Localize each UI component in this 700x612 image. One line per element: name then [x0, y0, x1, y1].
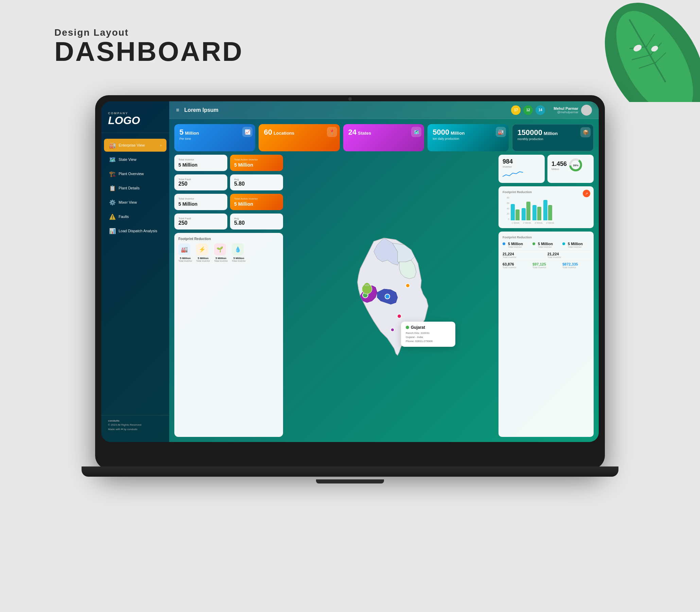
metric-value-1456: 1.456	[552, 161, 567, 168]
gujarat-title: Gujarat	[411, 325, 425, 330]
divider-1	[503, 250, 589, 251]
svg-point-13	[406, 283, 410, 288]
fault2-value-avg: 5.80	[234, 220, 279, 226]
footprint-sub-1: Total Invertor	[178, 260, 192, 262]
svg-point-17	[364, 283, 370, 288]
enterprise-icon: 🏭	[109, 142, 115, 148]
sidebar-label-mixer: Mixer View	[118, 200, 137, 204]
chart-x-labels: 1 Week 2 Week 3 Week 4 Week	[511, 222, 555, 224]
table-cell-1-1: 5 Million Total Invertor	[508, 242, 530, 248]
svg-point-20	[366, 285, 366, 286]
middle-panel: Gujarat Ranch Dev. 310031 Gujarat - Indi…	[286, 155, 495, 437]
stat-icon-box: 📦	[581, 127, 590, 137]
gujarat-popup: Gujarat Ranch Dev. 310031 Gujarat - Indi…	[401, 322, 455, 347]
stat-card-states[interactable]: 🗺️ 24 States	[343, 124, 424, 151]
sidebar-item-mixer[interactable]: ⚙️ Mixer View	[104, 196, 167, 209]
fault2-value-total: 250	[178, 220, 223, 226]
cell-value-97125: $97,125	[532, 262, 560, 266]
table-cell-1-3: 5 Million Total Invertor	[568, 242, 589, 248]
info-card2-active-invertor[interactable]: Total Active Invertor 5 Million	[230, 194, 283, 210]
sidebar-item-enterprise[interactable]: 🏭 Enterprise View ›	[104, 139, 167, 152]
info-card-active-invertor[interactable]: Total Active Invertor 5 Million	[230, 155, 283, 171]
metric-card-invertor[interactable]: 984 Invertor	[499, 155, 545, 183]
map-container: Gujarat Ranch Dev. 310031 Gujarat - Indi…	[286, 155, 495, 437]
fault-label-total: Total Fault	[178, 178, 223, 181]
fault-card-avg[interactable]: Avg. 5.80	[230, 175, 283, 191]
fault-card2-avg[interactable]: Avg. 5.80	[230, 213, 283, 230]
info-value-total: 5 Million	[178, 162, 223, 168]
cell-label-inv-5: Total Invertor	[547, 256, 589, 259]
cell-value-21224-1: 21,224	[503, 252, 545, 256]
stat-card-locations[interactable]: 📍 60 Locations	[259, 124, 340, 151]
laptop-camera	[348, 97, 352, 101]
sidebar-label-faults: Faults	[118, 214, 129, 219]
notification-badge-3[interactable]: 14	[535, 106, 545, 115]
header-user-info: Mehul Parmar @mehulparmar	[554, 107, 578, 114]
header-icons: 17 12 14	[511, 106, 545, 115]
stat-card-monthly[interactable]: 📦 150000 Million monthly production	[512, 124, 594, 151]
chart-card-footprint: Footprint Reduction ↗ 80 60 40 20	[499, 186, 594, 228]
fault-row-2: Total Fault 250 Avg. 5.80	[174, 213, 283, 230]
table-cell-2-1: 21,224 Total Invertor	[503, 252, 545, 259]
header-title: Lorem Ipsum	[184, 107, 506, 113]
user-name: Mehul Parmar	[554, 107, 578, 111]
metric-label-invertor: Invertor	[503, 165, 541, 168]
stat-icon-location: 📍	[327, 127, 337, 137]
info2-value-total: 5 Million	[178, 201, 223, 207]
x-label-4: 4 Week	[545, 222, 555, 224]
info2-label-active: Total Active Invertor	[234, 197, 279, 200]
sidebar-logo: COMPANY LOGO	[101, 108, 169, 133]
sidebar-item-state[interactable]: 🗺️ State View	[104, 153, 167, 166]
cell-value-63876: 63,876	[503, 262, 530, 266]
footprint-value-2: 5 Million	[196, 257, 210, 260]
laptop-base	[82, 467, 618, 477]
info-card-total-invertor[interactable]: Total Invertor 5 Million	[174, 155, 227, 171]
stat-value-locations: 60 Locations	[264, 128, 334, 136]
faults-icon: ⚠️	[109, 213, 115, 220]
sidebar-item-load-dispatch[interactable]: 📊 Load Dispatch Analysis	[104, 224, 167, 237]
bar-green-4	[548, 205, 552, 220]
sidebar-item-faults[interactable]: ⚠️ Faults	[104, 210, 167, 223]
leaf-decoration	[591, 0, 700, 102]
fault-value-avg: 5.80	[234, 181, 279, 187]
fault-card-total[interactable]: Total Fault 250	[174, 175, 227, 191]
notification-badge-2[interactable]: 12	[523, 106, 533, 115]
mixer-icon: ⚙️	[109, 199, 115, 205]
metric-label-million: Million	[552, 168, 567, 171]
cell-label-inv-2: Total Invertor	[538, 246, 560, 248]
chevron-icon: ›	[160, 143, 161, 147]
footprint-sub-2: Total Invertor	[196, 260, 210, 262]
laptop-wrapper: COMPANY LOGO 🏭 Enterprise View › 🗺️ Stat…	[95, 95, 605, 469]
hamburger-icon[interactable]: ≡	[176, 107, 179, 113]
user-avatar[interactable]	[581, 105, 592, 115]
table-row-2: 21,224 Total Invertor 21,224 Total Inver…	[503, 252, 589, 259]
info2-label-total: Total Invertor	[178, 197, 223, 200]
stat-icon-factory: 🏭	[496, 127, 506, 137]
table-cell-3-1: 63,876 Total Invertor	[503, 262, 530, 268]
state-icon: 🗺️	[109, 156, 115, 163]
metric-donut-chart: 39%	[569, 158, 583, 173]
footprint-icons-row: 🏭 5 Million Total Invertor ⚡ 5 Million T…	[178, 244, 279, 262]
laptop-frame: COMPANY LOGO 🏭 Enterprise View › 🗺️ Stat…	[95, 95, 605, 469]
dot-blue-1	[503, 242, 505, 245]
sidebar-item-plant-overview[interactable]: 🏗️ Plant Overview	[104, 167, 167, 180]
top-header: ≡ Lorem Ipsum 17 12 14 Mehul Parmar @meh…	[169, 101, 599, 119]
cell-label-inv-4: Total Invertor	[503, 256, 545, 259]
metric-card-million[interactable]: 1.456 Million 39%	[547, 155, 594, 183]
notification-badge-1[interactable]: 17	[511, 106, 520, 115]
dashboard-label: DASHBOARD	[54, 38, 243, 65]
bar-teal-4	[543, 200, 547, 220]
sidebar-label-state: State View	[118, 157, 136, 162]
chart-expand-icon[interactable]: ↗	[583, 190, 590, 197]
footprint-sub-3: Total Invertor	[214, 260, 228, 262]
metric-chart-line	[503, 170, 541, 180]
dashboard-body: Total Invertor 5 Million Total Active In…	[169, 155, 599, 442]
fault-card2-total[interactable]: Total Fault 250	[174, 213, 227, 230]
stat-card-million[interactable]: 📈 5 Million Per tone	[174, 124, 255, 151]
stat-card-daily[interactable]: 🏭 5000 Million ton daily production	[428, 124, 508, 151]
table-row-1: 5 Million Total Invertor 5 Million Total…	[503, 242, 589, 248]
sidebar-footer: conduits © 2023 All Rights Reserved Made…	[101, 415, 169, 435]
sidebar-item-plant-details[interactable]: 📋 Plant Details	[104, 182, 167, 194]
info-card2-total-invertor[interactable]: Total Invertor 5 Million	[174, 194, 227, 210]
footprint-icon-water: 💧	[232, 244, 244, 255]
